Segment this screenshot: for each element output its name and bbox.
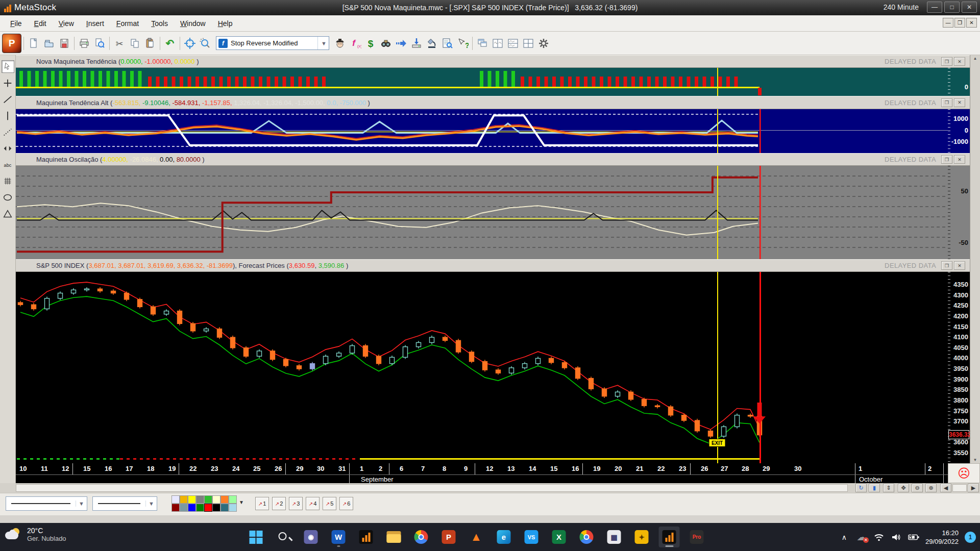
menu-view[interactable]: View xyxy=(53,17,80,30)
notification-badge[interactable]: 1 xyxy=(965,532,976,543)
explorer-button[interactable] xyxy=(378,36,394,51)
crosshair-tool-button[interactable] xyxy=(2,77,14,89)
context-help-button[interactable]: ? xyxy=(455,36,470,51)
save-button[interactable] xyxy=(57,36,72,51)
taskbar-metastock-mini[interactable] xyxy=(356,527,377,547)
menu-help[interactable]: Help xyxy=(212,17,239,30)
cascade-windows-button[interactable] xyxy=(475,36,490,51)
panel-close-button-tendencia-alt[interactable]: ✕ xyxy=(954,98,965,107)
system-tester-button[interactable] xyxy=(409,36,424,51)
color-swatch[interactable] xyxy=(220,504,229,512)
expand-vertical-button[interactable]: ⇕ xyxy=(883,484,894,492)
taskbar-browser[interactable] xyxy=(576,527,597,547)
zoom-dots-button[interactable] xyxy=(198,36,213,51)
color-swatch[interactable] xyxy=(172,495,180,504)
chevron-up-icon[interactable]: ∧ xyxy=(839,532,850,543)
color-swatch[interactable] xyxy=(188,504,196,512)
tile-horizontal-button[interactable] xyxy=(490,36,505,51)
taskbar-excel[interactable]: X xyxy=(549,527,570,547)
trendline-button[interactable] xyxy=(2,93,14,106)
color-swatch[interactable] xyxy=(212,495,220,504)
dotted-line-button[interactable] xyxy=(2,126,14,138)
tile-vertical-button[interactable] xyxy=(505,36,521,51)
copy-button[interactable] xyxy=(127,36,142,51)
pan-button[interactable]: ✥ xyxy=(898,484,909,492)
expert-advisor-button[interactable] xyxy=(332,36,348,51)
print-button[interactable] xyxy=(77,36,92,51)
mdi-restore-button[interactable]: ❐ xyxy=(954,18,965,28)
color-swatch[interactable] xyxy=(196,504,204,512)
grid-tool-button[interactable] xyxy=(2,174,14,187)
report-button[interactable] xyxy=(439,36,455,51)
panel-restore-button-tendencia-alt[interactable]: ❐ xyxy=(941,98,952,107)
panel-close-button-oscilacao[interactable]: ✕ xyxy=(954,155,965,164)
taskbar-vlc[interactable]: ▲ xyxy=(466,527,487,547)
taskbar-search[interactable] xyxy=(273,527,294,547)
maximize-button[interactable]: □ xyxy=(944,2,960,13)
menu-tools[interactable]: Tools xyxy=(145,17,174,30)
close-button[interactable]: ✕ xyxy=(962,2,977,13)
scroll-right-button[interactable]: ▶ xyxy=(968,484,979,492)
color-swatch[interactable] xyxy=(220,495,229,504)
scroll-down-icon[interactable]: ▼ xyxy=(973,458,977,462)
taskbar-chrome[interactable] xyxy=(411,527,432,547)
color-swatch[interactable] xyxy=(180,495,188,504)
line-style-combo-1[interactable]: ▼ xyxy=(6,496,87,511)
marker-button[interactable]: ▮ xyxy=(869,484,880,492)
chart-template-button-6[interactable]: ↗6 xyxy=(339,497,353,510)
horizontal-scrollbar-track[interactable] xyxy=(16,484,848,492)
lr-arrows-button[interactable] xyxy=(2,142,14,155)
tendencia-plot[interactable] xyxy=(16,68,948,96)
taskbar-start[interactable] xyxy=(246,527,266,547)
text-tool-button[interactable]: abc xyxy=(2,158,14,171)
panel-close-button-tendencia[interactable]: ✕ xyxy=(954,57,965,66)
vertical-line-button[interactable] xyxy=(2,109,14,122)
panel-restore-button-oscilacao[interactable]: ❐ xyxy=(941,155,952,164)
menu-insert[interactable]: Insert xyxy=(80,17,110,30)
taskbar-metastock-active[interactable] xyxy=(659,527,680,547)
options-button[interactable] xyxy=(536,36,551,51)
oscilacao-plot[interactable] xyxy=(16,166,948,259)
print-preview-button[interactable] xyxy=(92,36,107,51)
scroll-mini-track[interactable] xyxy=(952,484,967,492)
minimize-button[interactable]: — xyxy=(927,2,942,13)
color-swatch[interactable] xyxy=(204,504,212,512)
scroll-up-icon[interactable]: ▲ xyxy=(973,56,977,61)
color-swatch[interactable] xyxy=(212,504,220,512)
pointer-button[interactable] xyxy=(2,60,14,73)
tendencia-alt-plot[interactable] xyxy=(16,109,948,153)
palette-dropdown-icon[interactable]: ▼ xyxy=(239,499,244,505)
price-plot[interactable]: EXIT xyxy=(16,272,948,463)
zoom-in-button[interactable]: ⊕ xyxy=(925,484,937,492)
taskbar-pro-tools[interactable]: Pro xyxy=(687,527,707,547)
color-swatch[interactable] xyxy=(196,495,204,504)
new-chart-button[interactable] xyxy=(26,36,41,51)
power-console-button[interactable]: P xyxy=(2,34,21,53)
chart-template-button-2[interactable]: ↗2 xyxy=(272,497,286,510)
taskbar-bee-app[interactable]: ✦ xyxy=(631,527,652,547)
refresh-button[interactable]: ↻ xyxy=(855,484,867,492)
chart-template-button-1[interactable]: ↗1 xyxy=(255,497,269,510)
open-button[interactable] xyxy=(41,36,57,51)
line-style-combo-2[interactable]: ▼ xyxy=(92,496,157,511)
panel-close-button-price[interactable]: ✕ xyxy=(954,261,965,270)
chart-template-button-5[interactable]: ↗5 xyxy=(323,497,336,510)
indicator-builder-button[interactable]: f(x) xyxy=(348,36,363,51)
tile-grid-button[interactable] xyxy=(521,36,536,51)
ellipse-tool-button[interactable] xyxy=(2,191,14,204)
taskbar-edge[interactable]: e xyxy=(494,527,514,547)
taskbar-file-explorer[interactable] xyxy=(383,527,404,547)
menu-window[interactable]: Window xyxy=(174,17,212,30)
scroll-left-button[interactable]: ◀ xyxy=(940,484,951,492)
crosshair-button[interactable] xyxy=(182,36,198,51)
volume-icon[interactable] xyxy=(891,532,902,543)
paste-button[interactable] xyxy=(142,36,158,51)
zoom-out-button[interactable]: ⊖ xyxy=(912,484,923,492)
taskbar-chat[interactable]: ◉ xyxy=(301,527,322,547)
forecaster-button[interactable] xyxy=(394,36,409,51)
color-swatch[interactable] xyxy=(188,495,196,504)
cut-button[interactable]: ✂ xyxy=(112,36,127,51)
panel-restore-button-price[interactable]: ❐ xyxy=(941,261,952,270)
taskbar-visual-studio[interactable]: VS xyxy=(521,527,542,547)
wifi-icon[interactable] xyxy=(873,532,885,543)
